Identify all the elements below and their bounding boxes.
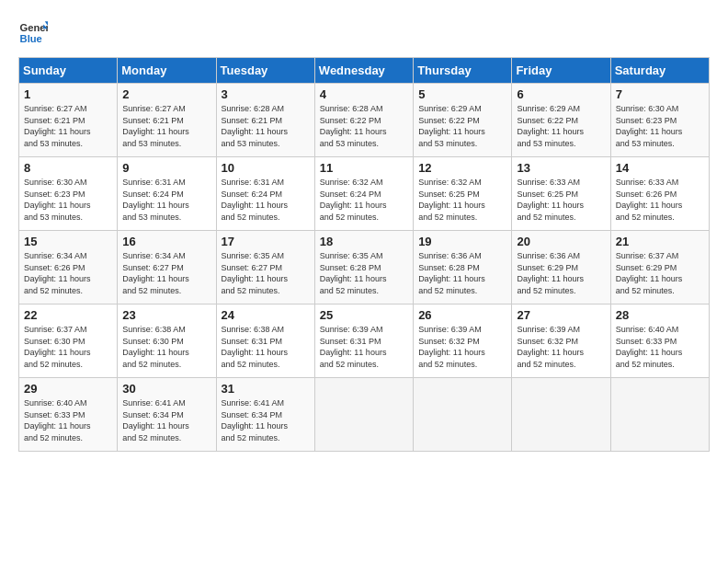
day-number: 10 — [222, 161, 310, 175]
calendar-cell: 24Sunrise: 6:38 AM Sunset: 6:31 PM Dayli… — [216, 304, 314, 378]
day-info: Sunrise: 6:33 AM Sunset: 6:26 PM Dayligh… — [616, 177, 704, 223]
day-info: Sunrise: 6:27 AM Sunset: 6:21 PM Dayligh… — [24, 103, 112, 149]
day-info: Sunrise: 6:32 AM Sunset: 6:25 PM Dayligh… — [418, 177, 506, 223]
day-number: 9 — [122, 161, 210, 175]
calendar-cell: 3Sunrise: 6:28 AM Sunset: 6:21 PM Daylig… — [216, 84, 314, 157]
calendar-cell: 2Sunrise: 6:27 AM Sunset: 6:21 PM Daylig… — [118, 84, 216, 157]
day-info: Sunrise: 6:34 AM Sunset: 6:27 PM Dayligh… — [122, 250, 210, 296]
day-number: 25 — [320, 308, 408, 322]
weekday-header: Sunday — [19, 58, 118, 84]
calendar-cell: 18Sunrise: 6:35 AM Sunset: 6:28 PM Dayli… — [314, 231, 413, 304]
day-info: Sunrise: 6:41 AM Sunset: 6:34 PM Dayligh… — [122, 397, 210, 443]
calendar-cell: 29Sunrise: 6:40 AM Sunset: 6:33 PM Dayli… — [19, 378, 118, 452]
day-number: 11 — [320, 161, 408, 175]
logo: General Blue — [18, 18, 48, 48]
calendar-cell: 13Sunrise: 6:33 AM Sunset: 6:25 PM Dayli… — [512, 157, 610, 231]
day-info: Sunrise: 6:37 AM Sunset: 6:30 PM Dayligh… — [24, 324, 112, 370]
calendar-week-row: 15Sunrise: 6:34 AM Sunset: 6:26 PM Dayli… — [19, 231, 710, 304]
calendar-cell: 30Sunrise: 6:41 AM Sunset: 6:34 PM Dayli… — [118, 378, 216, 452]
weekday-header: Thursday — [414, 58, 512, 84]
day-number: 21 — [616, 235, 704, 248]
calendar-cell: 19Sunrise: 6:36 AM Sunset: 6:28 PM Dayli… — [414, 231, 512, 304]
calendar-cell: 20Sunrise: 6:36 AM Sunset: 6:29 PM Dayli… — [512, 231, 610, 304]
calendar-cell: 28Sunrise: 6:40 AM Sunset: 6:33 PM Dayli… — [610, 304, 709, 378]
day-number: 24 — [222, 308, 310, 322]
day-number: 7 — [616, 87, 704, 101]
day-number: 4 — [320, 87, 408, 101]
day-number: 17 — [222, 235, 310, 248]
calendar-cell: 5Sunrise: 6:29 AM Sunset: 6:22 PM Daylig… — [414, 84, 512, 157]
calendar-cell: 31Sunrise: 6:41 AM Sunset: 6:34 PM Dayli… — [216, 378, 314, 452]
day-info: Sunrise: 6:36 AM Sunset: 6:28 PM Dayligh… — [418, 250, 506, 296]
day-number: 12 — [418, 161, 506, 175]
weekday-header: Tuesday — [216, 58, 314, 84]
calendar-cell — [610, 378, 709, 452]
day-number: 20 — [517, 235, 605, 248]
day-info: Sunrise: 6:35 AM Sunset: 6:28 PM Dayligh… — [320, 250, 408, 296]
day-info: Sunrise: 6:30 AM Sunset: 6:23 PM Dayligh… — [616, 103, 704, 149]
calendar-cell: 8Sunrise: 6:30 AM Sunset: 6:23 PM Daylig… — [19, 157, 118, 231]
day-number: 29 — [24, 382, 112, 396]
day-info: Sunrise: 6:39 AM Sunset: 6:32 PM Dayligh… — [517, 324, 605, 370]
calendar-week-row: 8Sunrise: 6:30 AM Sunset: 6:23 PM Daylig… — [19, 157, 710, 231]
day-info: Sunrise: 6:39 AM Sunset: 6:31 PM Dayligh… — [320, 324, 408, 370]
calendar-cell: 12Sunrise: 6:32 AM Sunset: 6:25 PM Dayli… — [414, 157, 512, 231]
calendar-week-row: 29Sunrise: 6:40 AM Sunset: 6:33 PM Dayli… — [19, 378, 710, 452]
day-number: 13 — [517, 161, 605, 175]
day-info: Sunrise: 6:38 AM Sunset: 6:30 PM Dayligh… — [122, 324, 210, 370]
calendar-table: SundayMondayTuesdayWednesdayThursdayFrid… — [18, 57, 710, 452]
day-number: 23 — [122, 308, 210, 322]
weekday-header: Wednesday — [314, 58, 413, 84]
day-info: Sunrise: 6:32 AM Sunset: 6:24 PM Dayligh… — [320, 177, 408, 223]
calendar-header: SundayMondayTuesdayWednesdayThursdayFrid… — [19, 58, 710, 84]
day-number: 18 — [320, 235, 408, 248]
calendar-cell — [314, 378, 413, 452]
day-number: 6 — [517, 87, 605, 101]
calendar-cell: 15Sunrise: 6:34 AM Sunset: 6:26 PM Dayli… — [19, 231, 118, 304]
day-info: Sunrise: 6:36 AM Sunset: 6:29 PM Dayligh… — [517, 250, 605, 296]
day-info: Sunrise: 6:41 AM Sunset: 6:34 PM Dayligh… — [222, 397, 310, 443]
day-info: Sunrise: 6:31 AM Sunset: 6:24 PM Dayligh… — [222, 177, 310, 223]
calendar-week-row: 1Sunrise: 6:27 AM Sunset: 6:21 PM Daylig… — [19, 84, 710, 157]
day-number: 3 — [222, 87, 310, 101]
calendar-cell: 16Sunrise: 6:34 AM Sunset: 6:27 PM Dayli… — [118, 231, 216, 304]
day-number: 15 — [24, 235, 112, 248]
calendar-week-row: 22Sunrise: 6:37 AM Sunset: 6:30 PM Dayli… — [19, 304, 710, 378]
calendar-cell: 14Sunrise: 6:33 AM Sunset: 6:26 PM Dayli… — [610, 157, 709, 231]
day-info: Sunrise: 6:30 AM Sunset: 6:23 PM Dayligh… — [24, 177, 112, 223]
svg-text:Blue: Blue — [20, 33, 42, 44]
day-info: Sunrise: 6:39 AM Sunset: 6:32 PM Dayligh… — [418, 324, 506, 370]
day-number: 14 — [616, 161, 704, 175]
calendar-cell: 23Sunrise: 6:38 AM Sunset: 6:30 PM Dayli… — [118, 304, 216, 378]
weekday-header: Friday — [512, 58, 610, 84]
calendar-cell — [414, 378, 512, 452]
calendar-cell: 7Sunrise: 6:30 AM Sunset: 6:23 PM Daylig… — [610, 84, 709, 157]
day-info: Sunrise: 6:28 AM Sunset: 6:21 PM Dayligh… — [222, 103, 310, 149]
day-number: 26 — [418, 308, 506, 322]
day-number: 1 — [24, 87, 112, 101]
page-header: General Blue — [18, 18, 710, 48]
calendar-cell: 6Sunrise: 6:29 AM Sunset: 6:22 PM Daylig… — [512, 84, 610, 157]
day-info: Sunrise: 6:28 AM Sunset: 6:22 PM Dayligh… — [320, 103, 408, 149]
calendar-body: 1Sunrise: 6:27 AM Sunset: 6:21 PM Daylig… — [19, 84, 710, 452]
weekday-header: Saturday — [610, 58, 709, 84]
day-number: 31 — [222, 382, 310, 396]
calendar-cell: 10Sunrise: 6:31 AM Sunset: 6:24 PM Dayli… — [216, 157, 314, 231]
day-info: Sunrise: 6:33 AM Sunset: 6:25 PM Dayligh… — [517, 177, 605, 223]
day-info: Sunrise: 6:37 AM Sunset: 6:29 PM Dayligh… — [616, 250, 704, 296]
day-info: Sunrise: 6:40 AM Sunset: 6:33 PM Dayligh… — [24, 397, 112, 443]
day-number: 2 — [122, 87, 210, 101]
calendar-cell: 21Sunrise: 6:37 AM Sunset: 6:29 PM Dayli… — [610, 231, 709, 304]
day-number: 16 — [122, 235, 210, 248]
calendar-cell: 22Sunrise: 6:37 AM Sunset: 6:30 PM Dayli… — [19, 304, 118, 378]
day-number: 28 — [616, 308, 704, 322]
calendar-cell: 26Sunrise: 6:39 AM Sunset: 6:32 PM Dayli… — [414, 304, 512, 378]
calendar-cell: 17Sunrise: 6:35 AM Sunset: 6:27 PM Dayli… — [216, 231, 314, 304]
day-info: Sunrise: 6:34 AM Sunset: 6:26 PM Dayligh… — [24, 250, 112, 296]
calendar-cell: 11Sunrise: 6:32 AM Sunset: 6:24 PM Dayli… — [314, 157, 413, 231]
calendar-cell: 27Sunrise: 6:39 AM Sunset: 6:32 PM Dayli… — [512, 304, 610, 378]
calendar-cell: 1Sunrise: 6:27 AM Sunset: 6:21 PM Daylig… — [19, 84, 118, 157]
weekday-header: Monday — [118, 58, 216, 84]
day-info: Sunrise: 6:31 AM Sunset: 6:24 PM Dayligh… — [122, 177, 210, 223]
day-info: Sunrise: 6:29 AM Sunset: 6:22 PM Dayligh… — [517, 103, 605, 149]
